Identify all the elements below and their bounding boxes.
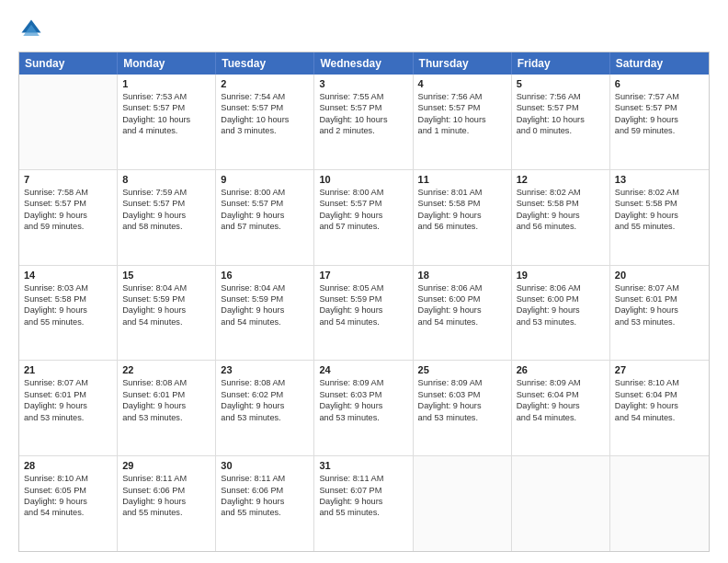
cell-info-line: Sunset: 5:57 PM <box>319 198 407 209</box>
calendar-cell: 6Sunrise: 7:57 AMSunset: 5:57 PMDaylight… <box>610 75 709 169</box>
calendar-cell: 25Sunrise: 8:09 AMSunset: 6:03 PMDayligh… <box>414 361 512 455</box>
cell-info-line: Daylight: 9 hours <box>24 400 112 411</box>
cell-info-line: Daylight: 9 hours <box>615 210 704 221</box>
cell-info-line: Sunrise: 8:04 AM <box>221 282 309 293</box>
cell-info-line: Daylight: 9 hours <box>517 400 605 411</box>
cell-info-line: Daylight: 9 hours <box>24 210 112 221</box>
cell-info-line: and 54 minutes. <box>122 316 210 327</box>
cell-info-line: Sunset: 6:06 PM <box>122 485 210 496</box>
cell-info-line: Sunset: 6:04 PM <box>517 389 605 400</box>
cell-info-line: Sunrise: 7:57 AM <box>615 91 704 102</box>
calendar-cell: 14Sunrise: 8:03 AMSunset: 5:58 PMDayligh… <box>19 266 118 361</box>
cell-info-line: Sunset: 6:07 PM <box>319 485 407 496</box>
cell-info-line: Sunset: 6:05 PM <box>24 485 112 496</box>
day-number: 15 <box>122 270 210 281</box>
cell-info-line: and 3 minutes. <box>221 125 309 136</box>
day-number: 18 <box>418 270 506 281</box>
cell-info-line: and 55 minutes. <box>319 507 407 518</box>
calendar-cell: 4Sunrise: 7:56 AMSunset: 5:57 PMDaylight… <box>414 75 512 169</box>
cell-info-line: and 53 minutes. <box>418 412 506 423</box>
cell-info-line: Sunset: 5:58 PM <box>24 293 112 304</box>
day-number: 2 <box>221 78 309 89</box>
cell-info-line: Sunset: 5:57 PM <box>122 198 210 209</box>
calendar-header: SundayMondayTuesdayWednesdayThursdayFrid… <box>19 52 709 75</box>
cell-info-line: Sunrise: 7:59 AM <box>122 187 210 198</box>
cell-info-line: Daylight: 9 hours <box>221 400 309 411</box>
cell-info-line: Sunset: 6:03 PM <box>418 389 506 400</box>
day-number: 16 <box>221 270 309 281</box>
calendar-row: 7Sunrise: 7:58 AMSunset: 5:57 PMDaylight… <box>19 170 709 266</box>
cell-info-line: Daylight: 10 hours <box>319 114 407 125</box>
calendar-cell: 7Sunrise: 7:58 AMSunset: 5:57 PMDaylight… <box>19 170 118 265</box>
calendar-cell <box>414 456 512 551</box>
cell-info-line: Sunrise: 8:10 AM <box>615 377 704 388</box>
day-number: 17 <box>319 270 407 281</box>
calendar-row: 1Sunrise: 7:53 AMSunset: 5:57 PMDaylight… <box>19 75 709 170</box>
cell-info-line: Sunrise: 8:04 AM <box>122 282 210 293</box>
cell-info-line: Sunset: 5:57 PM <box>221 102 309 113</box>
calendar-cell: 2Sunrise: 7:54 AMSunset: 5:57 PMDaylight… <box>216 75 314 169</box>
day-number: 10 <box>319 174 407 185</box>
cell-info-line: Sunrise: 8:07 AM <box>24 377 112 388</box>
day-number: 31 <box>319 460 407 471</box>
day-number: 26 <box>517 364 605 375</box>
cell-info-line: and 57 minutes. <box>221 221 309 232</box>
calendar-cell: 23Sunrise: 8:08 AMSunset: 6:02 PMDayligh… <box>216 361 314 455</box>
cell-info-line: and 54 minutes. <box>517 412 605 423</box>
cell-info-line: Daylight: 9 hours <box>221 304 309 316</box>
calendar-cell: 30Sunrise: 8:11 AMSunset: 6:06 PMDayligh… <box>216 456 314 551</box>
calendar-cell: 9Sunrise: 8:00 AMSunset: 5:57 PMDaylight… <box>216 170 314 265</box>
cell-info-line: and 2 minutes. <box>319 125 407 136</box>
cell-info-line: Sunrise: 8:01 AM <box>418 187 506 198</box>
cell-info-line: Sunset: 5:57 PM <box>418 102 506 113</box>
cell-info-line: Sunrise: 8:02 AM <box>517 187 605 198</box>
calendar-cell: 13Sunrise: 8:02 AMSunset: 5:58 PMDayligh… <box>610 170 709 265</box>
day-number: 25 <box>418 364 506 375</box>
calendar-cell: 31Sunrise: 8:11 AMSunset: 6:07 PMDayligh… <box>314 456 413 551</box>
cell-info-line: Sunset: 6:06 PM <box>221 485 309 496</box>
cell-info-line: Daylight: 9 hours <box>517 304 605 316</box>
cell-info-line: and 53 minutes. <box>517 316 605 327</box>
cell-info-line: and 4 minutes. <box>122 125 210 136</box>
cell-info-line: Daylight: 9 hours <box>418 400 506 411</box>
calendar: SundayMondayTuesdayWednesdayThursdayFrid… <box>18 52 710 552</box>
calendar-cell <box>512 456 610 551</box>
cell-info-line: Sunrise: 7:56 AM <box>418 91 506 102</box>
cell-info-line: Sunset: 6:02 PM <box>221 389 309 400</box>
day-number: 1 <box>122 78 210 89</box>
cell-info-line: Sunrise: 8:06 AM <box>418 282 506 293</box>
day-number: 19 <box>517 270 605 281</box>
day-number: 5 <box>517 78 605 89</box>
calendar-cell: 27Sunrise: 8:10 AMSunset: 6:04 PMDayligh… <box>610 361 709 455</box>
cell-info-line: Sunrise: 7:58 AM <box>24 187 112 198</box>
day-number: 11 <box>418 174 506 185</box>
header <box>18 17 710 42</box>
cell-info-line: and 53 minutes. <box>24 412 112 423</box>
cell-info-line: Sunrise: 8:11 AM <box>122 473 210 484</box>
day-number: 27 <box>615 364 704 375</box>
cell-info-line: Sunset: 5:59 PM <box>221 293 309 304</box>
weekday-header: Thursday <box>414 52 512 75</box>
cell-info-line: Daylight: 9 hours <box>122 496 210 507</box>
cell-info-line: Sunrise: 8:11 AM <box>221 473 309 484</box>
cell-info-line: Daylight: 9 hours <box>24 304 112 316</box>
cell-info-line: Sunset: 5:58 PM <box>615 198 704 209</box>
cell-info-line: Sunrise: 8:02 AM <box>615 187 704 198</box>
day-number: 6 <box>615 78 704 89</box>
cell-info-line: Sunset: 6:03 PM <box>319 389 407 400</box>
calendar-cell <box>19 75 118 169</box>
cell-info-line: Daylight: 9 hours <box>24 496 112 507</box>
calendar-cell: 10Sunrise: 8:00 AMSunset: 5:57 PMDayligh… <box>314 170 413 265</box>
day-number: 24 <box>319 364 407 375</box>
calendar-cell: 26Sunrise: 8:09 AMSunset: 6:04 PMDayligh… <box>512 361 610 455</box>
cell-info-line: Sunrise: 8:00 AM <box>319 187 407 198</box>
calendar-body: 1Sunrise: 7:53 AMSunset: 5:57 PMDaylight… <box>19 75 709 551</box>
cell-info-line: Sunrise: 8:00 AM <box>221 187 309 198</box>
cell-info-line: Daylight: 9 hours <box>221 210 309 221</box>
cell-info-line: Sunset: 5:59 PM <box>319 293 407 304</box>
cell-info-line: Sunrise: 8:08 AM <box>122 377 210 388</box>
cell-info-line: and 53 minutes. <box>319 412 407 423</box>
cell-info-line: and 54 minutes. <box>319 316 407 327</box>
day-number: 7 <box>24 174 112 185</box>
day-number: 13 <box>615 174 704 185</box>
